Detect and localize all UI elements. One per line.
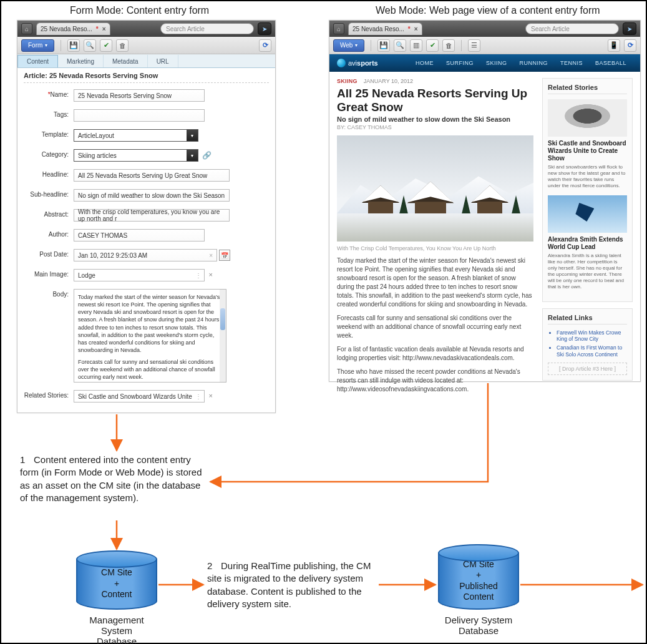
search-go-button[interactable]: ➤ — [623, 22, 636, 35]
field-row-postdate: Post Date: Jan 10, 2012 9:25:03 AM×📅 — [24, 249, 269, 261]
related-links-box: Related Links Farewell Win Makes Crowe K… — [542, 308, 633, 381]
search-input[interactable]: Search Article — [525, 23, 619, 34]
related-stories-box: Related Stories Ski Castle and Snowboard… — [542, 78, 633, 302]
field-row-headline: Headline: All 25 Nevada Resorts Serving … — [24, 169, 269, 182]
sub-tab-bar: Content Marketing Metadata URL — [17, 54, 275, 68]
mobile-icon[interactable]: 📱 — [608, 39, 620, 52]
db-label: Management System Database — [76, 615, 157, 644]
related-link[interactable]: Canadian Is First Woman to Ski Solo Acro… — [557, 344, 627, 357]
input-abstract[interactable]: With the crisp cold temperatures, you kn… — [74, 209, 230, 222]
search-go-button[interactable]: ➤ — [258, 22, 271, 35]
story-blurb: Alexandra Smith is a skiing talent like … — [548, 253, 627, 290]
field-row-mainimage: Main Image: Lodge⋮× — [24, 269, 269, 281]
multi-device-icon[interactable]: ▥ — [410, 39, 422, 52]
calendar-icon[interactable]: 📅 — [219, 250, 230, 261]
input-postdate[interactable]: Jan 10, 2012 9:25:03 AM×📅 — [74, 249, 217, 261]
input-tags[interactable] — [74, 109, 205, 122]
file-tab-label: 25 Nevada Reso... — [353, 26, 404, 32]
approve-icon[interactable]: ✔ — [426, 39, 439, 52]
drop-target[interactable]: [ Drop Article #3 Here ] — [548, 363, 627, 375]
tab-marketing[interactable]: Marketing — [58, 55, 104, 67]
close-tab-icon[interactable]: × — [102, 26, 106, 32]
input-name[interactable]: 25 Nevada Resorts Serving Snow — [74, 89, 205, 102]
input-headline[interactable]: All 25 Nevada Resorts Serving Up Great S… — [74, 169, 230, 182]
db-label: Delivery System Database — [438, 615, 519, 636]
story-title[interactable]: Alexandra Smith Extends World Cup Lead — [548, 236, 627, 251]
caption-form-mode: Form Mode: Content entry form — [70, 5, 209, 16]
diagram-stage: Form Mode: Content entry form Web Mode: … — [0, 0, 647, 644]
remove-icon[interactable]: × — [209, 392, 213, 399]
label-body: Body: — [24, 289, 74, 298]
preview-icon[interactable]: 🔍 — [394, 39, 406, 52]
form-area: Article: 25 Nevada Resorts Serving Snow … — [17, 68, 275, 406]
refresh-icon[interactable]: ⟳ — [259, 39, 271, 52]
nav-skiing[interactable]: SKIING — [480, 60, 513, 66]
article-title: All 25 Nevada Resorts Serving Up Great S… — [337, 87, 533, 114]
remove-icon[interactable]: × — [209, 271, 213, 278]
web-mode-window: ⌂ 25 Nevada Reso... * × Search Article ➤… — [329, 20, 641, 382]
field-row-subheadline: Sub-headline: No sign of mild weather to… — [24, 189, 269, 202]
field-row-abstract: Abstract: With the crisp cold temperatur… — [24, 209, 269, 222]
select-category[interactable]: Skiing articles▾ — [74, 149, 198, 162]
preview-icon[interactable]: 🔍 — [84, 39, 96, 52]
nav-baseball[interactable]: BASEBALL — [589, 60, 633, 66]
close-tab-icon[interactable]: × — [414, 26, 418, 32]
related-links-header: Related Links — [548, 314, 627, 324]
approve-icon[interactable]: ✔ — [100, 39, 112, 52]
mode-button-web[interactable]: Web▾ — [333, 39, 364, 52]
home-icon[interactable]: ⌂ — [333, 23, 344, 34]
mode-button-form[interactable]: Form▾ — [21, 39, 54, 52]
story-thumb-goggles — [548, 99, 627, 137]
related-link[interactable]: Farewell Win Makes Crowe King of Snow Ci… — [557, 329, 627, 342]
label-author: Author: — [24, 229, 74, 238]
site-logo[interactable]: avisports — [337, 59, 378, 67]
search-input[interactable]: Search Article — [160, 23, 254, 34]
tab-metadata[interactable]: Metadata — [104, 55, 148, 67]
link-icon[interactable]: 🔗 — [202, 151, 212, 160]
label-headline: Headline: — [24, 169, 74, 178]
tab-url[interactable]: URL — [148, 55, 178, 67]
scrollbar-thumb[interactable] — [220, 308, 225, 330]
drag-handle-icon[interactable]: ⋮ — [195, 393, 202, 400]
input-author[interactable]: CASEY THOMAS — [74, 229, 205, 242]
delete-icon[interactable]: 🗑 — [442, 39, 455, 52]
home-icon[interactable]: ⌂ — [21, 23, 32, 34]
select-template[interactable]: ArticleLayout▾ — [74, 129, 198, 142]
file-tab[interactable]: 25 Nevada Reso... * × — [348, 22, 422, 35]
save-icon[interactable]: 💾 — [67, 39, 80, 52]
label-category: Category: — [24, 149, 74, 158]
save-icon[interactable]: 💾 — [377, 39, 390, 52]
drag-handle-icon[interactable]: ⋮ — [195, 272, 202, 279]
step-2: 2During RealTime publishing, the CM site… — [207, 560, 376, 610]
nav-tennis[interactable]: TENNIS — [554, 60, 589, 66]
story-title[interactable]: Ski Castle and Snowboard Wizards Unite t… — [548, 140, 627, 162]
story-thumb-skier — [548, 195, 627, 233]
scrollbar[interactable] — [220, 290, 226, 382]
nav-running[interactable]: RUNNING — [513, 60, 554, 66]
file-tab[interactable]: 25 Nevada Reso... * × — [36, 22, 110, 35]
hero-caption: With The Crisp Cold Temperatures, You Kn… — [337, 245, 533, 251]
input-mainimage[interactable]: Lodge⋮× — [74, 269, 205, 281]
nav-home[interactable]: HOME — [409, 60, 440, 66]
label-tags: Tags: — [24, 109, 74, 118]
related-stories-header: Related Stories — [548, 84, 627, 94]
field-row-name: *Name: 25 Nevada Resorts Serving Snow — [24, 89, 269, 102]
input-related-story[interactable]: Ski Castle and Snowboard Wizards Unite⋮× — [74, 390, 205, 402]
field-row-tags: Tags: — [24, 109, 269, 122]
step-number: 1 — [20, 454, 34, 466]
delete-icon[interactable]: 🗑 — [116, 39, 129, 52]
nav-surfing[interactable]: SURFING — [440, 60, 480, 66]
title-bar: ⌂ 25 Nevada Reso... * × Search Article ➤ — [17, 21, 275, 37]
refresh-icon[interactable]: ⟳ — [624, 39, 636, 52]
article-main: SKIINGJANUARY 10, 2012 All 25 Nevada Res… — [337, 78, 533, 399]
layout-icon[interactable]: ☰ — [468, 39, 480, 52]
clear-icon[interactable]: × — [209, 252, 213, 259]
form-title: Article: 25 Nevada Resorts Serving Snow — [24, 72, 269, 83]
title-bar: ⌂ 25 Nevada Reso... * × Search Article ➤ — [329, 21, 640, 37]
tab-content[interactable]: Content — [17, 55, 58, 67]
hero-image — [337, 135, 533, 242]
chevron-down-icon: ▾ — [45, 42, 47, 48]
step-1: 1Content entered into the content entry … — [20, 454, 207, 504]
textarea-body[interactable]: Today marked the start of the winter sea… — [74, 289, 226, 383]
input-subheadline[interactable]: No sign of mild weather to slow down the… — [74, 189, 230, 202]
